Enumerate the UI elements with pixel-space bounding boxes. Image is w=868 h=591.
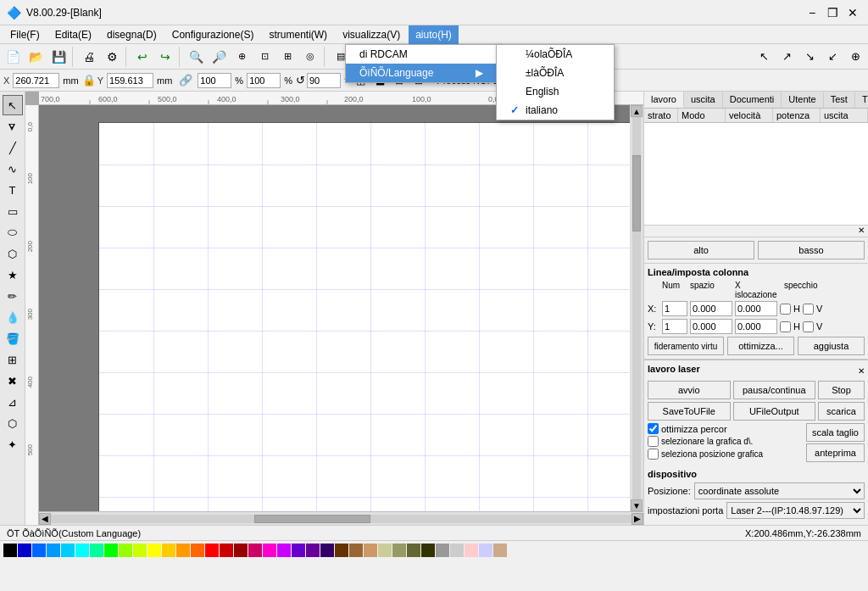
ottimizza-check[interactable] [648, 423, 659, 434]
menu-configurazione[interactable]: Configurazione(S) [165, 25, 261, 44]
tab-uscita[interactable]: uscita [684, 92, 723, 108]
print-button[interactable]: 🖨 [78, 46, 100, 68]
tab-test[interactable]: Test [824, 92, 855, 108]
lang-item-english[interactable]: ✓ English [497, 82, 614, 101]
posizione-select[interactable]: coordinate assolute [694, 482, 865, 499]
tb-icon2[interactable]: ⚙ [101, 46, 123, 68]
color-swatch-1[interactable] [32, 544, 46, 557]
menu-disegna[interactable]: disegna(D) [100, 25, 164, 44]
angle-input[interactable] [307, 73, 341, 88]
tool-ellipse[interactable]: ⬭ [3, 222, 23, 243]
color-swatch-20[interactable] [306, 544, 320, 557]
scroll-thumb[interactable] [254, 515, 370, 523]
new-button[interactable]: 📄 [2, 46, 24, 68]
pct2-input[interactable] [247, 73, 281, 88]
color-swatch-5[interactable] [90, 544, 103, 557]
tool-color2[interactable]: ⬡ [3, 413, 23, 433]
color-swatch-28[interactable] [421, 544, 435, 557]
ufileoutput-btn[interactable]: UFileOutput [733, 402, 816, 421]
color-swatch-6[interactable] [104, 544, 118, 557]
tool-grid[interactable]: ⊞ [3, 349, 23, 370]
scroll-right-btn[interactable]: ▶ [632, 513, 643, 525]
scroll-down-btn[interactable]: ▼ [631, 499, 643, 511]
scala-taglio-btn[interactable]: scala taglio [806, 423, 865, 442]
color-swatch-4[interactable] [75, 544, 89, 557]
tab-documenti[interactable]: Documenti [723, 92, 782, 108]
color-swatch-30[interactable] [450, 544, 464, 557]
x-spazio-input[interactable] [690, 301, 732, 316]
avvio-btn[interactable]: avvio [648, 381, 731, 399]
seleziona-pos-check[interactable] [648, 449, 659, 460]
aiuto-item-language[interactable]: ÕìÑÕ/Language ▶ [346, 64, 497, 82]
color-swatch-9[interactable] [147, 544, 161, 557]
tool-curve[interactable]: ∿ [3, 159, 23, 179]
color-swatch-pink[interactable] [465, 544, 478, 557]
lavoro-close-btn[interactable]: ✕ [858, 366, 865, 376]
scarica-btn[interactable]: scarica [818, 402, 865, 421]
tool-mirror[interactable]: ⊿ [3, 392, 23, 412]
tool-rect[interactable]: ▭ [3, 201, 23, 221]
menu-visualizza[interactable]: visualizza(V) [336, 25, 407, 44]
tool-pen[interactable]: ✏ [3, 286, 23, 306]
pausa-btn[interactable]: pausa/continua [733, 381, 816, 399]
fideramento-btn[interactable]: fideramento virtu [648, 337, 724, 355]
color-swatch-24[interactable] [364, 544, 377, 557]
tb-arrow-ur[interactable]: ↗ [776, 46, 798, 68]
aggiusta-btn[interactable]: aggiusta [798, 337, 865, 355]
x-isloc-input[interactable] [735, 301, 777, 316]
lang-item-chinese2[interactable]: ✓ ±làÕÐÎA [497, 64, 614, 82]
tb-center[interactable]: ⊕ [844, 46, 866, 68]
y-v-check[interactable] [803, 321, 814, 332]
y-input[interactable] [107, 73, 153, 88]
color-swatch-tan[interactable] [493, 544, 507, 557]
menu-file[interactable]: File(F) [3, 25, 47, 44]
color-swatch-2[interactable] [47, 544, 60, 557]
color-swatch-26[interactable] [392, 544, 406, 557]
tab-tra[interactable]: Tra▶ [855, 92, 868, 108]
savetoufile-btn[interactable]: SaveToUFile [648, 402, 731, 421]
tool-line[interactable]: ╱ [3, 137, 23, 158]
minimize-button[interactable]: − [804, 4, 821, 21]
zoom-area-button[interactable]: ⊞ [276, 46, 298, 68]
color-swatch-29[interactable] [436, 544, 449, 557]
color-swatch-11[interactable] [176, 544, 190, 557]
zoom-sel-button[interactable]: ⊕ [231, 46, 253, 68]
zoom-fit-button[interactable]: ⊡ [253, 46, 275, 68]
color-swatch-17[interactable] [263, 544, 276, 557]
drawing-canvas[interactable] [39, 105, 643, 511]
tool-snap[interactable]: ✦ [3, 434, 23, 454]
color-swatch-27[interactable] [407, 544, 420, 557]
basso-button[interactable]: basso [758, 241, 865, 259]
porta-select[interactable]: Laser 2---(IP:10.48.97.129) [726, 502, 865, 519]
menu-aiuto[interactable]: aiuto(H) [409, 25, 459, 44]
anteprima-btn[interactable]: anteprima [806, 443, 865, 462]
scroll-up-btn[interactable]: ▲ [631, 105, 643, 117]
x-h-check[interactable] [780, 304, 791, 315]
stop-btn[interactable]: Stop [818, 381, 865, 399]
zoom-reset-button[interactable]: ◎ [299, 46, 321, 68]
color-swatch-25[interactable] [378, 544, 392, 557]
restore-button[interactable]: ❒ [824, 4, 841, 21]
color-swatch-black[interactable] [3, 544, 17, 557]
color-swatch-7[interactable] [119, 544, 132, 557]
y-num-input[interactable] [662, 319, 687, 334]
alto-button[interactable]: alto [648, 241, 754, 259]
zoom-out-button[interactable]: 🔎 [208, 46, 230, 68]
open-button[interactable]: 📂 [25, 46, 47, 68]
color-swatch-13[interactable] [205, 544, 219, 557]
tb-arrow-dr[interactable]: ↘ [798, 46, 821, 68]
lang-item-italiano[interactable]: ✓ italiano [497, 101, 614, 120]
x-num-input[interactable] [662, 301, 687, 316]
tb-arrow-ul[interactable]: ↖ [753, 46, 775, 68]
tool-star[interactable]: ★ [3, 265, 23, 285]
v-scroll-thumb[interactable] [632, 155, 641, 231]
save-button[interactable]: 💾 [47, 46, 70, 68]
color-swatch-8[interactable] [133, 544, 147, 557]
tab-utente[interactable]: Utente [782, 92, 823, 108]
y-h-check[interactable] [780, 321, 791, 332]
color-swatch-3[interactable] [61, 544, 75, 557]
color-swatch-23[interactable] [349, 544, 363, 557]
tool-eyedrop[interactable]: 💧 [3, 307, 23, 327]
lang-item-chinese1[interactable]: ✓ ¼olaÕÐÎA [497, 45, 614, 64]
color-swatch-10[interactable] [162, 544, 175, 557]
